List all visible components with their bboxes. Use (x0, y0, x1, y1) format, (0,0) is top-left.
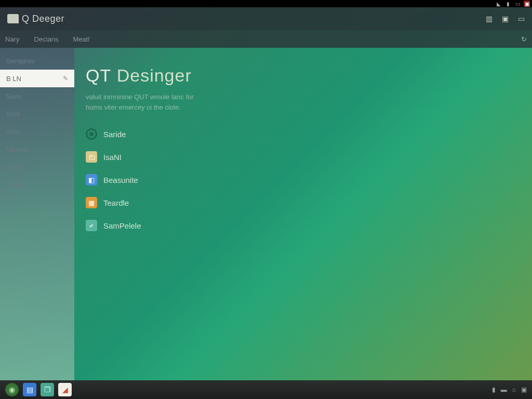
template-options: Saride🗀IsaNI◧Beasunite▦TeardleSamPelele (86, 126, 532, 234)
sidebar-item-5[interactable]: Mtsoles (0, 140, 74, 158)
titlebar-action-1-icon[interactable]: ▥ (486, 15, 493, 23)
option-0[interactable]: Saride (86, 126, 532, 142)
sidebar-item-6[interactable]: Stase (0, 158, 74, 176)
tray-window-icon[interactable]: ▭ (514, 1, 521, 7)
tray-battery-icon[interactable]: ⌂ (512, 386, 516, 393)
tray-more-icon[interactable]: ▣ (521, 386, 527, 393)
option-label: SamPelele (103, 221, 141, 230)
option-1[interactable]: 🗀IsaNI (86, 149, 532, 165)
menubar: Nary Decians Meatl ↻ (0, 30, 532, 48)
titlebar-actions: ▥ ▣ ▭ (486, 15, 525, 23)
sidebar-item-label: B LN (6, 75, 21, 83)
app-title: Q Deeger (22, 14, 64, 24)
subtitle-line1: valuit inmninine QUT wmole lanc for (86, 93, 194, 101)
titlebar-action-3-icon[interactable]: ▭ (518, 15, 525, 23)
titlebar: Q Deeger ▥ ▣ ▭ (0, 7, 532, 30)
sidebar-item-4[interactable]: Wen (0, 123, 74, 140)
taskbar-tray: ▮ ▬ ⌂ ▣ (492, 386, 527, 393)
sidebar-item-label: Wen (6, 128, 20, 136)
subtitle-line2: homs viter emercey oi the ciole. (86, 103, 181, 111)
sidebar-item-label: Sentplres (6, 57, 35, 65)
menubar-refresh-icon[interactable]: ↻ (521, 35, 527, 43)
start-button[interactable]: ◉ (5, 383, 19, 396)
blue-icon: ◧ (86, 174, 97, 185)
sidebar-item-7[interactable]: recnt (0, 176, 74, 193)
sidebar: SentplresB LN✎SuesSsotWenMtsolesStaserec… (0, 48, 74, 380)
menu-item-0[interactable]: Nary (5, 35, 19, 43)
system-tray-top: ◣ ▮ ▭ ▣ (0, 0, 532, 7)
option-label: IsaNI (103, 153, 122, 162)
sidebar-item-label: Mtsoles (6, 145, 30, 153)
tray-close-icon[interactable]: ▣ (524, 1, 530, 7)
page-title-light: Desinger (111, 65, 192, 85)
taskbar-files-icon[interactable]: ▤ (23, 383, 36, 396)
orange-icon: ▦ (86, 197, 97, 208)
taskbar: ◉ ▤ ❐ ◢ ▮ ▬ ⌂ ▣ (0, 380, 532, 399)
option-label: Teardle (103, 198, 129, 207)
menu-item-2[interactable]: Meatl (73, 35, 89, 43)
sidebar-item-label: Sues (6, 92, 22, 100)
page-title-bold: QT (86, 65, 111, 85)
option-3[interactable]: ▦Teardle (86, 194, 532, 211)
page-subtitle: valuit inmninine QUT wmole lanc for homs… (86, 92, 283, 112)
option-2[interactable]: ◧Beasunite (86, 171, 532, 188)
option-4[interactable]: SamPelele (86, 217, 532, 234)
tray-volume-icon[interactable]: ▬ (501, 386, 507, 393)
option-label: Beasunite (103, 176, 138, 184)
radio-icon (86, 128, 97, 140)
taskbar-app-icon[interactable]: ◢ (58, 383, 72, 396)
menu-item-1[interactable]: Decians (34, 35, 58, 43)
main-content: QT Desinger valuit inmninine QUT wmole l… (74, 48, 532, 380)
edit-icon[interactable]: ✎ (63, 75, 68, 82)
folder-icon: 🗀 (86, 151, 97, 163)
teal-icon (86, 220, 97, 231)
sidebar-item-label: recnt (6, 181, 21, 189)
logo-icon (7, 14, 19, 23)
taskbar-terminal-icon[interactable]: ❐ (41, 383, 54, 396)
app-logo: Q Deeger (7, 14, 64, 24)
application-window: Q Deeger ▥ ▣ ▭ Nary Decians Meatl ↻ Sent… (0, 7, 532, 380)
sidebar-item-1[interactable]: B LN✎ (0, 70, 74, 87)
sidebar-item-2[interactable]: Sues (0, 87, 74, 105)
tray-pin-icon[interactable]: ▮ (505, 1, 511, 7)
tray-pointer-icon[interactable]: ◣ (496, 1, 502, 7)
option-label: Saride (103, 130, 126, 139)
titlebar-action-2-icon[interactable]: ▣ (502, 15, 509, 23)
page-title: QT Desinger (86, 65, 532, 86)
sidebar-item-0[interactable]: Sentplres (0, 52, 74, 70)
tray-network-icon[interactable]: ▮ (492, 386, 496, 393)
sidebar-item-label: Stase (6, 163, 23, 171)
sidebar-item-3[interactable]: Ssot (0, 105, 74, 123)
sidebar-item-label: Ssot (6, 110, 20, 118)
